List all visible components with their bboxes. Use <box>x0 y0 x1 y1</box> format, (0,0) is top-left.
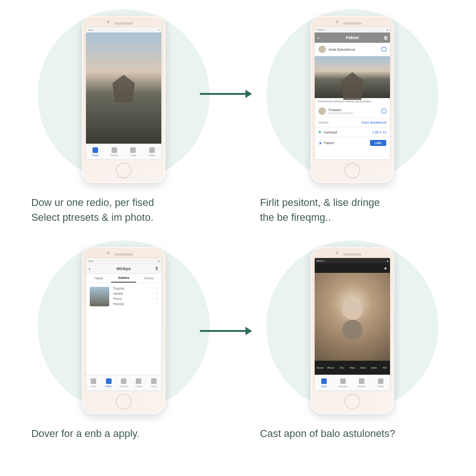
nav-header: ‹ Pakzei ⎘ <box>315 33 390 43</box>
footer-row: Sikater Ouen Besliwisost <box>315 118 390 127</box>
action-icon[interactable]: ⇪ <box>155 266 159 271</box>
tab-item[interactable]: Miclen <box>143 144 162 159</box>
tab-item[interactable]: Unpod <box>131 375 146 390</box>
tab-icon <box>359 378 364 384</box>
row-label: Pasem <box>324 141 334 145</box>
user-row[interactable]: Aeda Bsiesetisnss <box>315 43 390 56</box>
tab-item[interactable]: Farssaat <box>334 375 353 390</box>
segment-tab[interactable]: Sdailes <box>111 274 136 283</box>
phone-screen: ●●●●■ ‹ Minkps ⇪ Faleia Sdailes Orioes T… <box>86 258 162 391</box>
filter-option[interactable]: Stoses <box>315 361 325 375</box>
list-item[interactable]: Paore <box>113 297 158 300</box>
filter-option[interactable]: Thio <box>336 361 347 375</box>
tab-label: Pazier <box>377 385 384 388</box>
tab-label: Ausentt <box>358 385 366 388</box>
filter-option[interactable]: 403 <box>379 361 390 375</box>
tab-item[interactable]: alsod <box>315 375 334 390</box>
step-caption: Dow ur one redio, per fised Select ptres… <box>31 195 216 225</box>
caption-line: Cast apon of balo astulonets? <box>260 428 395 439</box>
user-name: Pmasers <box>329 108 352 112</box>
tab-label: Pluviss <box>111 154 118 157</box>
phone-screen: Mooz ▾■ ✶ Stoses Mtroce Thio Hiato Aetus… <box>314 258 390 391</box>
tab-item[interactable]: Pazier <box>371 375 390 390</box>
tab-item[interactable]: Jords <box>146 375 161 390</box>
phone-screen: ●●●●● Flares Pluviss Tuesitt Miclen <box>86 26 162 160</box>
caption-line: Dow ur one redio, per fised <box>31 197 154 208</box>
segment-tab[interactable]: Orioes <box>136 274 161 283</box>
user-row[interactable]: Pmasers Essmsestese fosarstyd <box>315 105 390 118</box>
tab-icon <box>378 378 383 384</box>
step-caption: Dover for a enb a apply. <box>31 426 216 441</box>
row-value: 1.00.3. ks <box>372 131 386 134</box>
status-bar: ●●●●■ <box>86 258 161 264</box>
tab-item[interactable]: Foosaci <box>116 375 131 390</box>
segment-tab[interactable]: Faleia <box>86 274 111 283</box>
camera-preview <box>315 273 390 361</box>
thumbnail[interactable] <box>90 287 109 306</box>
tab-label: Prilew <box>106 385 112 388</box>
checkbox[interactable] <box>382 109 386 113</box>
phone-mockup: Primer ▾■ ‹ Pakzei ⎘ Aeda Bsiesetisnss P… <box>311 16 394 183</box>
tab-bar: Flares Pluviss Tuesitt Miclen <box>86 144 161 159</box>
phone-camera-dot <box>336 251 338 254</box>
home-button[interactable] <box>116 163 132 178</box>
filter-option[interactable]: Ikeita <box>369 361 379 375</box>
step-3: ●●●●■ ‹ Minkps ⇪ Faleia Sdailes Orioes T… <box>19 240 229 467</box>
footer-link[interactable]: Ouen Besliwisost <box>361 121 386 124</box>
tab-label: Tuesitt <box>130 154 137 157</box>
filter-option[interactable]: Hiato <box>347 361 357 375</box>
data-row: ◑ Pasem Laffe <box>315 137 390 149</box>
caption-line: Dover for a enb a apply. <box>31 428 139 439</box>
tab-icon <box>130 147 136 153</box>
phone-speaker <box>114 253 133 256</box>
list-options: Tiopolts Hackté Paore Husuuy <box>113 287 158 306</box>
tab-label: Unpod <box>135 385 142 388</box>
back-icon[interactable]: ‹ <box>317 35 319 40</box>
tab-item[interactable]: Hests <box>86 375 101 390</box>
tab-item[interactable]: Flares <box>86 144 105 159</box>
checkbox[interactable] <box>382 47 386 52</box>
tab-bar: alsod Farssaat Ausentt Pazier <box>315 375 390 390</box>
feed-photo[interactable] <box>315 56 390 98</box>
tab-bar: Hests Prilew Foosaci Unpod Jords <box>86 375 161 390</box>
tab-item[interactable]: Tuesitt <box>124 144 143 159</box>
list-item[interactable]: Hackté <box>113 292 158 295</box>
user-sub: Essmsestese fosarstyd <box>329 112 352 114</box>
status-bar: Primer ▾■ <box>315 27 390 33</box>
bookmark-icon[interactable]: ✶ <box>383 266 387 271</box>
tab-icon <box>121 378 126 384</box>
step-1: ●●●●● Flares Pluviss Tuesitt Miclen Dow … <box>19 9 229 236</box>
avatar-icon <box>318 46 326 53</box>
phone-camera-dot <box>107 20 110 23</box>
list-item[interactable]: Tiopolts <box>113 287 158 290</box>
step-grid: ●●●●● Flares Pluviss Tuesitt Miclen Dow … <box>0 0 476 476</box>
phone-camera-dot <box>336 20 338 23</box>
tab-icon <box>91 378 96 384</box>
tab-item[interactable]: Pluviss <box>105 144 124 159</box>
action-icon[interactable]: ⎘ <box>384 35 387 40</box>
list-row: Tiopolts Hackté Paore Husuuy <box>86 283 161 310</box>
home-button[interactable] <box>116 394 132 410</box>
tab-item[interactable]: Prilew <box>101 375 116 390</box>
step-caption: Cast apon of balo astulonets? <box>260 426 445 441</box>
phone-speaker <box>114 22 133 25</box>
list-item[interactable]: Husuuy <box>113 302 158 305</box>
filter-option[interactable]: Mtroce <box>325 361 336 375</box>
step-4: Mooz ▾■ ✶ Stoses Mtroce Thio Hiato Aetus… <box>247 240 457 467</box>
tab-item[interactable]: Ausentt <box>352 375 371 390</box>
data-row: ◉ bumeyyit 1.00.3. ks <box>315 127 390 137</box>
phone-mockup: Mooz ▾■ ✶ Stoses Mtroce Thio Hiato Aetus… <box>311 247 394 414</box>
nav-title: Minkps <box>116 266 131 271</box>
tab-label: Flares <box>92 154 99 157</box>
tab-icon <box>340 378 346 384</box>
tab-icon <box>93 147 98 153</box>
home-button[interactable] <box>344 394 360 410</box>
primary-button[interactable]: Laffe <box>370 140 386 146</box>
phone-speaker <box>343 22 362 25</box>
home-button[interactable] <box>344 163 360 178</box>
filter-option[interactable]: Aetus <box>358 361 369 375</box>
arrow-icon <box>200 330 251 332</box>
step-caption: Firlit pesitont, & lise dringe the be fi… <box>260 195 445 225</box>
back-icon[interactable]: ‹ <box>89 266 91 271</box>
footer-label: Sikater <box>318 121 329 124</box>
